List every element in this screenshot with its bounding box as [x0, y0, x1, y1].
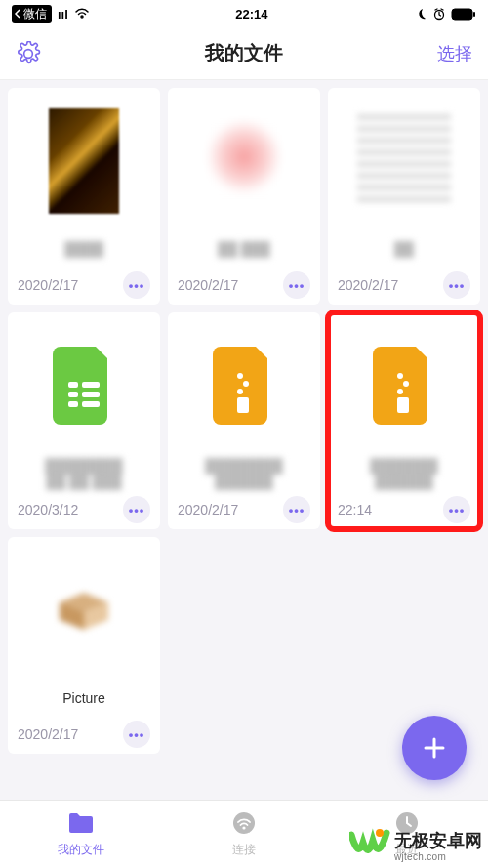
- file-name: ████: [18, 230, 150, 268]
- more-button[interactable]: •••: [123, 271, 150, 299]
- file-thumb: [178, 98, 310, 225]
- more-button[interactable]: •••: [283, 496, 310, 523]
- file-date: 2020/2/17: [18, 726, 78, 742]
- watermark-sub: wjtech.com: [394, 851, 482, 862]
- svg-rect-7: [82, 392, 100, 397]
- svg-point-10: [237, 373, 243, 379]
- file-card[interactable]: █████████████22:14•••: [328, 312, 480, 529]
- more-button[interactable]: •••: [283, 271, 310, 299]
- back-to-app[interactable]: 微信: [12, 5, 52, 23]
- file-thumb: [18, 98, 150, 225]
- file-thumb: [18, 322, 150, 449]
- more-button[interactable]: •••: [123, 721, 150, 748]
- battery-icon: [451, 8, 476, 21]
- status-time: 22:14: [235, 7, 267, 21]
- svg-point-15: [403, 381, 409, 387]
- chevron-left-icon: [14, 9, 21, 19]
- svg-point-19: [242, 826, 245, 829]
- svg-rect-8: [68, 401, 78, 407]
- file-card[interactable]: ██████████ ██ ███2020/3/12•••: [8, 312, 160, 529]
- file-name: ██████████████: [178, 455, 310, 492]
- svg-point-14: [397, 373, 403, 379]
- file-date: 2020/2/17: [178, 502, 238, 517]
- tab-label: 连接: [232, 842, 256, 858]
- file-name: ██ ███: [178, 230, 310, 268]
- file-date: 2020/2/17: [338, 277, 398, 293]
- file-name: ██████████ ██ ███: [18, 455, 150, 492]
- gear-icon[interactable]: [16, 41, 41, 66]
- file-date: 22:14: [338, 502, 372, 517]
- nav-bar: 我的文件 选择: [0, 27, 488, 80]
- svg-point-12: [237, 389, 243, 394]
- signal-icon: ııl: [58, 7, 68, 21]
- file-date: 2020/2/17: [178, 277, 238, 293]
- file-card[interactable]: ██ ███2020/2/17•••: [168, 88, 320, 305]
- file-thumb: [18, 547, 150, 674]
- file-name: ██: [338, 230, 470, 268]
- watermark-main: 无极安卓网: [394, 832, 482, 851]
- svg-rect-3: [473, 12, 475, 17]
- file-thumb: [178, 322, 310, 449]
- file-name: Picture: [18, 680, 150, 717]
- svg-point-11: [243, 381, 249, 387]
- file-grid: ████2020/2/17•••██ ███2020/2/17•••██2020…: [0, 80, 488, 762]
- file-card[interactable]: ████2020/2/17•••: [8, 88, 160, 305]
- more-button[interactable]: •••: [443, 271, 470, 299]
- select-button[interactable]: 选择: [437, 42, 472, 65]
- back-app-label: 微信: [23, 6, 47, 22]
- more-button[interactable]: •••: [123, 496, 150, 523]
- file-thumb: [338, 322, 470, 449]
- svg-rect-17: [397, 397, 409, 413]
- file-thumb: [338, 98, 470, 225]
- page-title: 我的文件: [205, 40, 283, 66]
- more-button[interactable]: •••: [443, 496, 470, 523]
- file-card[interactable]: ██████████████2020/2/17•••: [168, 312, 320, 529]
- moon-icon: [414, 7, 427, 21]
- svg-point-16: [397, 389, 403, 394]
- svg-rect-4: [68, 382, 78, 388]
- file-card[interactable]: Picture2020/2/17•••: [8, 537, 160, 754]
- add-button[interactable]: [402, 716, 467, 780]
- svg-rect-5: [82, 382, 100, 388]
- svg-point-21: [376, 829, 384, 837]
- folder-icon: [66, 810, 96, 839]
- tab-wifi[interactable]: 连接: [163, 801, 326, 868]
- file-date: 2020/3/12: [18, 502, 78, 517]
- svg-rect-6: [68, 392, 78, 397]
- wifi-icon: [74, 8, 90, 20]
- alarm-icon: [432, 7, 446, 21]
- file-card[interactable]: ██2020/2/17•••: [328, 88, 480, 305]
- tab-folder[interactable]: 我的文件: [0, 801, 163, 868]
- watermark-logo-icon: [349, 827, 390, 862]
- status-bar: 微信 ııl 22:14: [0, 0, 488, 27]
- svg-rect-13: [237, 397, 249, 413]
- file-name: █████████████: [338, 455, 470, 492]
- tab-label: 我的文件: [58, 842, 104, 858]
- watermark: 无极安卓网 wjtech.com: [349, 827, 482, 862]
- svg-rect-2: [454, 10, 471, 18]
- file-date: 2020/2/17: [18, 277, 78, 293]
- svg-rect-9: [82, 401, 100, 407]
- plus-icon: [420, 733, 449, 763]
- wifi-icon: [229, 810, 259, 839]
